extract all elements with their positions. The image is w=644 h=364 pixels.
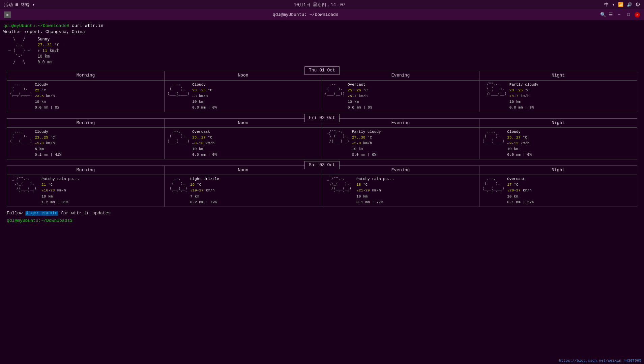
col-header-evening: Evening xyxy=(322,71,479,80)
col-header-morning: Morning xyxy=(7,71,165,80)
volume-icon: 🔊 xyxy=(627,2,632,7)
day1-table: Thu 01 Oct Morning Noon Evening Night ..… xyxy=(7,71,637,112)
day3-morning-info: Patchy rain po... 21 °C ↘16-23 km/h 10 k… xyxy=(41,176,79,205)
day3-table: Sat 03 Oct Morning Noon Evening Night _`… xyxy=(7,165,637,207)
day3-section: Sat 03 Oct Morning Noon Evening Night _`… xyxy=(7,165,637,207)
day3-night-info: Overcast 17 °C ↘20-27 km/h 10 km 0.1 mm … xyxy=(507,176,534,205)
day3-night-ascii: .--. ( ). (___(____) ` ` ` ` xyxy=(482,176,504,205)
power-icon: ⏻ xyxy=(636,2,640,7)
day2-col-noon: Noon xyxy=(165,119,322,128)
system-bar: 活动 ⊞ 终端 ▾ 10月1日 星期四，14：07 中 ▾ 📶 🔊 ⏻ xyxy=(0,0,644,9)
day1-evening: .--. ( ). (___(__)) Overcast 25..26 °C ↙… xyxy=(322,81,479,112)
day2-evening: _/"".-. \_( ). /(___(__) Partly cloudy 2… xyxy=(322,128,479,159)
day1-night: _/"".-. \_( ). /(___(__) Partly cloudy 2… xyxy=(479,81,637,112)
location-line: Weather report: Changsha, China xyxy=(3,29,641,35)
day1-evening-info: Overcast 25..26 °C ↙5-7 km/h 10 km 0.0 m… xyxy=(348,82,372,111)
window-title: qdl@myUbuntu: ~/Downloads xyxy=(273,12,339,17)
follow-text-after: for wttr.in updates xyxy=(58,211,111,216)
day2-noon: .--. ( ). (___(____) Overcast 25..27 °C … xyxy=(165,128,322,159)
day2-col-morning: Morning xyxy=(7,119,165,128)
dropdown-arrow[interactable]: ▾ xyxy=(32,2,35,7)
col-header-night: Night xyxy=(479,71,637,80)
follow-link[interactable]: @igor_chubin xyxy=(25,211,58,216)
day2-night: .... ( ). (___(____) Cloudy 25..27 °C ←9… xyxy=(479,128,637,159)
command: curl wttr.in xyxy=(69,23,103,28)
day1-night-info: Partly cloudy 23..25 °C ↖4-7 km/h 10 km … xyxy=(509,82,538,111)
day1-morning: .... ( ). (___(____) ` ` ` ` Cloudy 22 °… xyxy=(7,81,165,112)
day3-night: .--. ( ). (___(____) ` ` ` ` Overcast 17… xyxy=(479,175,637,206)
datetime-display: 10月1日 星期四，14：07 xyxy=(294,2,345,8)
day2-morning-info: Cloudy 23..25 °C ←5-8 km/h 5 km 0.1 mm |… xyxy=(35,129,61,158)
day1-noon-ascii: .... ( ). (___(____) xyxy=(167,82,189,111)
day1-noon-info: Cloudy 23..25 °C ←3 km/h 10 km 0.0 mm | … xyxy=(192,82,217,111)
day2-night-info: Cloudy 25..27 °C ←9-12 km/h 10 km 0.0 mm… xyxy=(507,129,532,158)
day2-col-evening: Evening xyxy=(322,119,479,128)
day3-morning-ascii: _`/"".-. ,\_( ). /(___(__) ` ` ` ` xyxy=(10,176,39,205)
terminal-icon: ▣ xyxy=(4,11,11,18)
menu-button[interactable]: ☰ xyxy=(609,12,613,18)
follow-text-before: Follow xyxy=(7,211,25,216)
day3-col-noon: Noon xyxy=(165,166,322,175)
final-prompt: qdl@myUbuntu:~/Downloads$ xyxy=(7,218,72,223)
maximize-button[interactable]: □ xyxy=(625,11,632,18)
day2-table: Fri 02 Oct Morning Noon Evening Night ..… xyxy=(7,118,637,159)
day1-morning-ascii: .... ( ). (___(____) ` ` ` ` xyxy=(10,82,32,111)
day2-col-night: Night xyxy=(479,119,637,128)
day3-evening-info: Patchy rain po... 18 °C ↘21-29 km/h 10 k… xyxy=(356,176,394,205)
day2-noon-info: Overcast 25..27 °C ←8-10 km/h 10 km 0.0 … xyxy=(192,129,217,158)
day3-evening: _`/"".-. ,\_( ). /(___(__) ` ` ` ` Patch… xyxy=(322,175,479,206)
terminal-label[interactable]: 终端 xyxy=(21,2,30,8)
command-line: qdl@myUbuntu:~/Downloads$ curl wttr.in xyxy=(3,23,641,29)
day1-header: Thu 01 Oct xyxy=(304,66,340,74)
system-bar-left: 活动 ⊞ 终端 ▾ xyxy=(4,2,35,8)
day3-noon-ascii: .-. ( ). (___(__) ` ` ` ` xyxy=(167,176,187,205)
window-controls: 🔍 ☰ — □ ✕ xyxy=(600,11,640,18)
day3-data: _`/"".-. ,\_( ). /(___(__) ` ` ` ` Patch… xyxy=(7,175,637,206)
lang-indicator[interactable]: 中 xyxy=(604,2,609,8)
prompt: qdl@myUbuntu:~/Downloads$ xyxy=(3,23,69,28)
minimize-button[interactable]: — xyxy=(616,11,622,18)
bottom-url: https://blog.csdn.net/weixin_44307065 xyxy=(559,359,641,363)
day3-morning: _`/"".-. ,\_( ). /(___(__) ` ` ` ` Patch… xyxy=(7,175,165,206)
bottom-url-bar: https://blog.csdn.net/weixin_44307065 xyxy=(556,357,644,364)
day1-evening-ascii: .--. ( ). (___(__)) xyxy=(325,82,345,111)
day2-evening-info: Partly cloudy 27..30 °C ↙5-8 km/h 10 km … xyxy=(352,129,381,158)
day3-col-night: Night xyxy=(479,166,637,175)
system-tray: 中 ▾ 📶 🔊 ⏻ xyxy=(604,2,640,8)
day2-section: Fri 02 Oct Morning Noon Evening Night ..… xyxy=(7,118,637,159)
close-button[interactable]: ✕ xyxy=(635,12,640,18)
dropdown-arrow2[interactable]: ▾ xyxy=(612,2,615,7)
activities-label[interactable]: 活动 xyxy=(4,2,13,8)
final-prompt-line: qdl@myUbuntu:~/Downloads$ xyxy=(3,218,641,224)
follow-line: Follow @igor_chubin for wttr.in updates xyxy=(3,210,641,216)
wifi-icon: 📶 xyxy=(618,2,623,7)
current-weather: \ / Sunny .-. 27..31 °C ― ( ) ― ↑ 11 km/… xyxy=(3,36,641,65)
day3-col-evening: Evening xyxy=(322,166,479,175)
day3-col-morning: Morning xyxy=(7,166,165,175)
search-button[interactable]: 🔍 xyxy=(600,12,606,18)
terminal-content: qdl@myUbuntu:~/Downloads$ curl wttr.in W… xyxy=(0,20,644,226)
day2-morning-ascii: .... ( ). (___(____) xyxy=(10,129,32,158)
current-ascii: \ / Sunny .-. 27..31 °C ― ( ) ― ↑ 11 km/… xyxy=(3,36,59,65)
title-bar: ▣ qdl@myUbuntu: ~/Downloads 🔍 ☰ — □ ✕ xyxy=(0,9,644,20)
day3-evening-ascii: _`/"".-. ,\_( ). /(___(__) ` ` ` ` xyxy=(325,176,354,205)
day2-data: .... ( ). (___(____) Cloudy 23..25 °C ←5… xyxy=(7,128,637,159)
col-header-noon: Noon xyxy=(165,71,322,80)
day2-night-ascii: .... ( ). (___(____) xyxy=(482,129,504,158)
day1-data: .... ( ). (___(____) ` ` ` ` Cloudy 22 °… xyxy=(7,81,637,112)
day3-noon-info: Light drizzle 19 °C ↘19-27 km/h 7 km 0.2… xyxy=(190,176,219,205)
day3-noon: .-. ( ). (___(__) ` ` ` ` Light drizzle … xyxy=(165,175,322,206)
day2-header: Fri 02 Oct xyxy=(304,114,340,122)
day3-header: Sat 03 Oct xyxy=(304,161,340,169)
day1-morning-info: Cloudy 22 °C ↗3-5 km/h 10 km 0.0 mm | 0% xyxy=(35,82,59,111)
day2-morning: .... ( ). (___(____) Cloudy 23..25 °C ←5… xyxy=(7,128,165,159)
day1-night-ascii: _/"".-. \_( ). /(___(__) xyxy=(482,82,507,111)
day2-evening-ascii: _/"".-. \_( ). /(___(__) xyxy=(325,129,349,158)
terminal-icon-small: ⊞ xyxy=(16,2,18,7)
day2-noon-ascii: .--. ( ). (___(____) xyxy=(167,129,189,158)
day1-noon: .... ( ). (___(____) Cloudy 23..25 °C ←3… xyxy=(165,81,322,112)
day1-section: Thu 01 Oct Morning Noon Evening Night ..… xyxy=(7,71,637,112)
